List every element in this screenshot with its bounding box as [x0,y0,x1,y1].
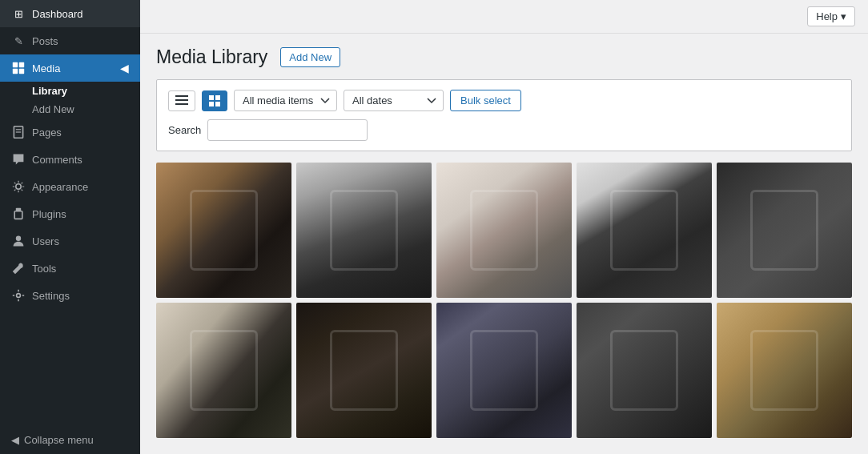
media-item[interactable] [156,303,291,438]
toolbar: All media items Images Audio Video Docum… [156,79,852,151]
sidebar-item-media[interactable]: Media ◀ [0,54,140,82]
media-arrow-icon: ◀ [120,62,129,74]
appearance-icon [11,179,26,194]
media-grid [156,163,852,438]
date-filter[interactable]: All dates January 2024 February 2024 [344,90,444,111]
grid-view-button[interactable] [202,90,227,111]
page-header: Media Library Add New [156,46,852,68]
sidebar-item-label: Plugins [32,208,66,220]
grid-view-icon [209,95,220,106]
sidebar-item-posts[interactable]: ✎ Posts [0,27,140,54]
svg-rect-3 [19,69,24,74]
media-icon [11,61,26,75]
sidebar-item-label: Settings [32,290,70,302]
svg-rect-12 [175,95,188,97]
svg-rect-16 [215,95,220,100]
sidebar-item-label: Media [32,62,60,74]
toolbar-row1: All media items Images Audio Video Docum… [168,90,840,111]
collapse-icon: ◀ [11,434,19,446]
svg-rect-13 [175,99,188,101]
media-item[interactable] [436,303,572,438]
sidebar: ⊞ Dashboard ✎ Posts Media ◀ Library Add … [0,0,140,454]
sidebar-item-pages[interactable]: Pages [0,119,140,146]
users-icon [11,234,26,248]
tools-icon [11,261,26,275]
sidebar-item-settings[interactable]: Settings [0,282,140,309]
bulk-select-button[interactable]: Bulk select [450,90,521,111]
media-type-filter[interactable]: All media items Images Audio Video Docum… [234,90,337,111]
sidebar-item-comments[interactable]: Comments [0,146,140,173]
collapse-menu-button[interactable]: ◀ Collapse menu [0,426,140,454]
plugins-icon [11,207,26,221]
posts-icon: ✎ [11,34,26,48]
content-area: Media Library Add New [140,34,868,454]
media-item[interactable] [577,303,712,438]
main-content: Help ▾ Media Library Add New [140,0,868,454]
sidebar-item-tools[interactable]: Tools [0,255,140,282]
svg-rect-17 [209,102,214,106]
svg-point-10 [16,236,21,241]
sidebar-item-label: Users [32,235,59,247]
sidebar-item-label: Comments [32,154,82,166]
search-input[interactable] [207,119,368,141]
sidebar-item-label: Posts [32,35,58,47]
toolbar-row2: Search [168,119,840,141]
search-label: Search [168,124,201,136]
list-view-icon [175,95,188,106]
svg-point-11 [17,294,21,298]
pages-icon [11,125,26,139]
help-button[interactable]: Help ▾ [807,6,855,26]
media-item[interactable] [436,163,572,298]
topbar: Help ▾ [140,0,868,34]
svg-point-7 [16,184,21,189]
svg-rect-18 [215,102,220,106]
sidebar-sub-library[interactable]: Library [0,82,140,100]
media-item[interactable] [296,303,432,438]
media-item[interactable] [717,163,852,298]
svg-rect-1 [19,62,24,67]
help-arrow-icon: ▾ [841,10,846,22]
sidebar-item-label: Dashboard [32,8,83,20]
page-title: Media Library [156,46,267,68]
comments-icon [11,152,26,167]
svg-rect-15 [209,95,214,100]
settings-icon [11,288,26,303]
sidebar-item-label: Pages [32,127,62,139]
sidebar-item-label: Tools [32,263,56,275]
svg-rect-14 [175,103,188,105]
svg-rect-0 [13,62,18,67]
media-item[interactable] [717,303,852,438]
sidebar-sub-add-new[interactable]: Add New [0,100,140,119]
sidebar-item-plugins[interactable]: Plugins [0,200,140,227]
sidebar-item-label: Appearance [32,181,88,193]
dashboard-icon: ⊞ [11,6,26,21]
media-item[interactable] [156,163,291,298]
svg-rect-2 [13,69,18,74]
sidebar-item-dashboard[interactable]: ⊞ Dashboard [0,0,140,27]
media-item[interactable] [296,163,432,298]
sidebar-item-appearance[interactable]: Appearance [0,173,140,200]
list-view-button[interactable] [168,90,195,111]
add-new-button[interactable]: Add New [280,47,340,67]
svg-rect-9 [14,211,22,219]
sidebar-item-users[interactable]: Users [0,227,140,255]
media-item[interactable] [577,163,712,298]
